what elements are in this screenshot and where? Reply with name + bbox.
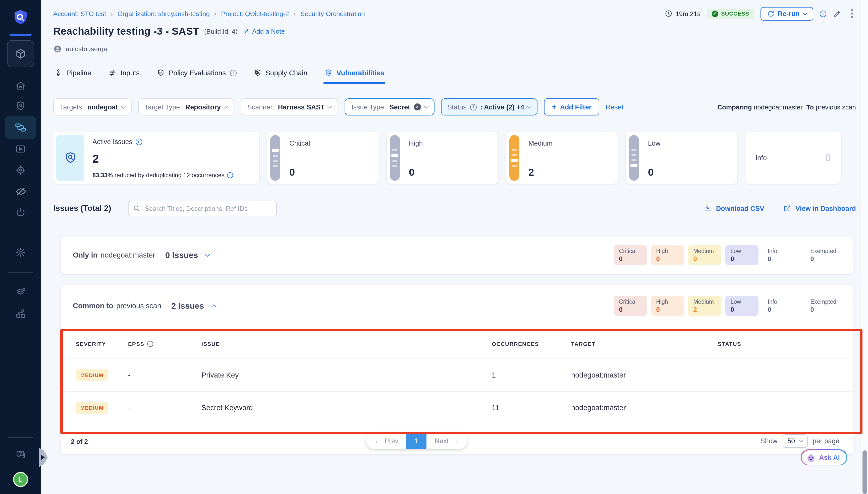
- medium-card: Medium 2: [506, 132, 618, 184]
- severity-meter-icon: [509, 135, 519, 181]
- tab-policy-evaluations[interactable]: Policy Evaluations i: [156, 63, 237, 84]
- info-icon: i: [230, 70, 236, 76]
- active-issues-tile: [56, 135, 85, 181]
- sidebar-item-project-settings[interactable]: [0, 246, 41, 260]
- add-filter-button[interactable]: + Add Filter: [544, 98, 599, 115]
- group-common-card: Common to previous scan 2 Issues Critica…: [60, 284, 854, 454]
- more-options-button[interactable]: [848, 8, 856, 19]
- breadcrumb-project[interactable]: Project: Qwiet-testing-2: [221, 10, 289, 17]
- epss-value: -: [128, 404, 201, 412]
- shield-nodes-icon: [254, 69, 261, 77]
- table-row[interactable]: MEDIUM - Private Key 1 nodegoat:master: [61, 358, 853, 391]
- target-value: nodegoat:master: [571, 404, 718, 412]
- chevron-down-icon: [798, 438, 804, 442]
- filter-target-type[interactable]: Target Type:Repository: [138, 98, 234, 115]
- next-page-button[interactable]: Next →: [427, 433, 467, 449]
- sidebar-item-account-resources[interactable]: [0, 285, 41, 299]
- sidebar-item-executions[interactable]: [0, 142, 41, 156]
- main-content: Account: STO test › Organization: shreya…: [41, 0, 868, 494]
- tab-vulnerabilities[interactable]: Vulnerabilities: [324, 63, 385, 84]
- download-csv-link[interactable]: Download CSV: [704, 204, 764, 212]
- info-count: 0: [825, 152, 831, 164]
- reset-filters-link[interactable]: Reset: [606, 103, 624, 111]
- search-input[interactable]: [128, 201, 277, 216]
- check-icon: ✓: [712, 10, 718, 17]
- edit-pipeline-button[interactable]: [833, 9, 842, 18]
- sidebar-item-scans[interactable]: [0, 99, 41, 113]
- severity-meter-icon: [629, 135, 639, 181]
- issue-name: Private Key: [201, 371, 486, 379]
- sidebar: L: [0, 0, 41, 494]
- info-icon: i: [820, 10, 826, 17]
- breadcrumb-organization[interactable]: Organization: shreyansh-testing: [117, 10, 210, 17]
- sidebar-item-org-settings[interactable]: [0, 306, 41, 320]
- occurrences-value: 11: [486, 404, 571, 412]
- low-count: 0: [648, 167, 732, 177]
- high-count: 0: [409, 167, 493, 177]
- breadcrumb-module[interactable]: Security Orchestration: [300, 10, 365, 17]
- info-icon[interactable]: i: [227, 172, 233, 178]
- info-label: Info: [756, 154, 767, 162]
- add-note-button[interactable]: Add a Note: [243, 27, 285, 35]
- harness-sto-logo[interactable]: [0, 8, 41, 27]
- build-id: (Build Id: 4): [204, 27, 238, 35]
- remove-filter-icon[interactable]: ×: [414, 103, 421, 111]
- sidebar-item-module-selector[interactable]: [7, 40, 34, 67]
- pencil-icon: [833, 9, 842, 18]
- arrow-left-icon: ←: [374, 437, 381, 445]
- filter-issue-type[interactable]: Issue Type:Secret ×: [345, 98, 434, 115]
- sidebar-item-getting-started[interactable]: [0, 205, 41, 220]
- sidebar-item-help[interactable]: [0, 447, 41, 461]
- page-title: Reachability testing -3 - SAST: [53, 25, 199, 37]
- issues-title: Issues (Total 2): [53, 204, 111, 213]
- filter-targets[interactable]: Targets:nodegoat: [53, 98, 132, 115]
- page-number-button[interactable]: 1: [407, 433, 427, 449]
- group-only-in-header[interactable]: Only in nodegoat:master 0 Issues: [73, 250, 209, 260]
- sidebar-item-home[interactable]: [0, 79, 41, 93]
- col-epss: EPSSi: [128, 341, 201, 347]
- chevron-down-icon[interactable]: [205, 251, 210, 256]
- breadcrumb-account[interactable]: Account: STO test: [53, 10, 106, 17]
- group-common-header[interactable]: Common to previous scan 2 Issues: [73, 301, 216, 310]
- tab-supply-chain[interactable]: Supply Chain: [253, 63, 309, 84]
- download-icon: [704, 204, 712, 212]
- breadcrumb-separator-icon: ›: [111, 10, 113, 18]
- home-icon: [15, 80, 26, 91]
- filter-scanner[interactable]: Scanner:Harness SAST: [241, 98, 338, 115]
- page-size-select[interactable]: 50: [782, 434, 808, 448]
- status-badge: ✓ SUCCESS: [707, 8, 754, 19]
- medium-count: 2: [529, 167, 613, 177]
- info-icon[interactable]: i: [135, 138, 142, 145]
- table-row[interactable]: MEDIUM - Secret Keyword 11 nodegoat:mast…: [61, 391, 853, 424]
- sidebar-item-targets[interactable]: [0, 163, 41, 177]
- chip-critical: Critical0: [614, 296, 647, 316]
- top-bar: Account: STO test › Organization: shreya…: [53, 6, 856, 21]
- chevron-down-icon: [527, 103, 532, 109]
- external-link-icon: [783, 204, 791, 212]
- severity-chips: Critical0 High0 Medium2 Low0 Info0 Exemp…: [614, 296, 842, 316]
- chevron-down-icon: [223, 103, 228, 109]
- scrollbar-thumb[interactable]: [862, 450, 867, 494]
- filter-status[interactable]: Status i : Active (2) +4: [441, 98, 538, 115]
- rerun-button[interactable]: Re-run: [760, 7, 813, 20]
- active-issues-label: Active Issues i: [92, 138, 254, 146]
- info-icon[interactable]: i: [147, 341, 153, 347]
- low-card: Low 0: [626, 132, 737, 184]
- col-severity: SEVERITY: [76, 341, 128, 347]
- view-in-dashboard-link[interactable]: View in Dashboard: [783, 204, 856, 212]
- prev-page-button[interactable]: ← Prev: [366, 433, 407, 449]
- sidebar-item-pipelines-active[interactable]: [5, 116, 36, 139]
- run-info-button[interactable]: i: [820, 10, 826, 17]
- chevron-up-icon[interactable]: [211, 304, 216, 309]
- tab-inputs[interactable]: Inputs: [108, 63, 141, 84]
- pager: ← Prev 1 Next →: [366, 433, 467, 449]
- sidebar-item-exemptions[interactable]: [0, 184, 41, 198]
- ai-robot-icon: [806, 453, 815, 462]
- tab-pipeline[interactable]: Pipeline: [53, 63, 92, 84]
- chevron-down-icon: [328, 103, 333, 109]
- refresh-icon: [767, 10, 774, 17]
- pagination-bar: 2 of 2 ← Prev 1 Next → Show 50: [61, 432, 853, 452]
- high-card: High 0: [387, 132, 498, 184]
- ask-ai-button[interactable]: Ask AI: [801, 449, 847, 466]
- user-avatar[interactable]: L: [13, 472, 28, 487]
